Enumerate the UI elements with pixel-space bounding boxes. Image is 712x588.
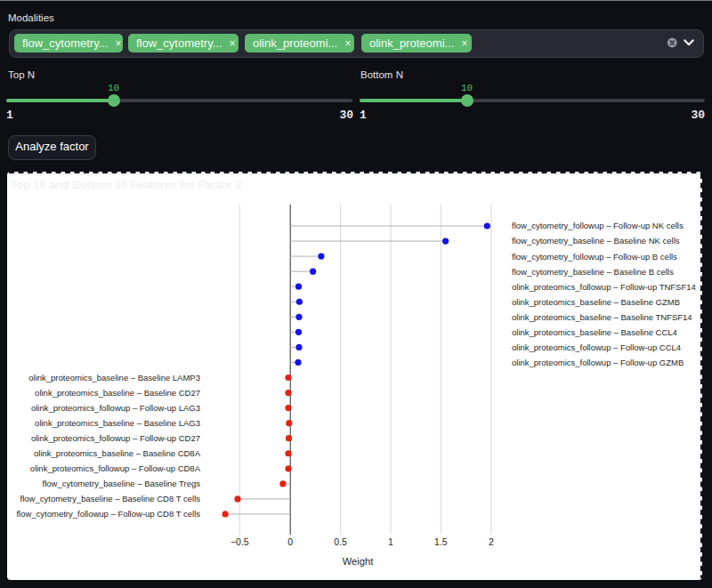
svg-text:0: 0 xyxy=(287,536,293,547)
svg-text:olink_proteomics_followup – Fo: olink_proteomics_followup – Follow-up GZ… xyxy=(512,358,684,367)
svg-text:olink_proteomics_baseline – Ba: olink_proteomics_baseline – Baseline CD2… xyxy=(35,388,200,398)
svg-text:2: 2 xyxy=(489,536,494,547)
svg-text:1.5: 1.5 xyxy=(434,536,448,547)
svg-text:olink_proteomics_baseline – Ba: olink_proteomics_baseline – Baseline TNF… xyxy=(512,312,692,322)
svg-text:flow_cytometry_baseline – Base: flow_cytometry_baseline – Baseline Tregs xyxy=(43,479,201,488)
svg-text:olink_proteomics_followup – Fo: olink_proteomics_followup – Follow-up TN… xyxy=(512,282,696,292)
svg-text:olink_proteomics_baseline – Ba: olink_proteomics_baseline – Baseline CD8… xyxy=(34,448,201,458)
svg-text:olink_proteomics_followup – Fo: olink_proteomics_followup – Follow-up CC… xyxy=(512,342,681,352)
svg-text:flow_cytometry_baseline – Base: flow_cytometry_baseline – Baseline CD8 T… xyxy=(20,494,201,503)
svg-text:flow_cytometry_followup – Foll: flow_cytometry_followup – Follow-up CD8 … xyxy=(16,509,200,519)
svg-text:flow_cytometry_baseline – Base: flow_cytometry_baseline – Baseline NK ce… xyxy=(512,236,680,246)
svg-text:−0.5: −0.5 xyxy=(231,536,249,547)
svg-text:0.5: 0.5 xyxy=(334,536,347,547)
svg-text:flow_cytometry_baseline – Base: flow_cytometry_baseline – Baseline B cel… xyxy=(512,267,674,277)
svg-text:flow_cytometry_followup – Foll: flow_cytometry_followup – Follow-up NK c… xyxy=(512,221,684,230)
svg-text:olink_proteomics_followup – Fo: olink_proteomics_followup – Follow-up LA… xyxy=(31,403,200,413)
svg-text:flow_cytometry_followup – Foll: flow_cytometry_followup – Follow-up B ce… xyxy=(512,252,677,262)
svg-text:olink_proteomics_baseline – Ba: olink_proteomics_baseline – Baseline CCL… xyxy=(512,327,677,337)
svg-text:olink_proteomics_baseline – Ba: olink_proteomics_baseline – Baseline LAM… xyxy=(28,373,200,383)
svg-text:olink_proteomics_followup – Fo: olink_proteomics_followup – Follow-up CD… xyxy=(30,463,201,473)
svg-text:1: 1 xyxy=(388,536,393,547)
svg-text:Weight: Weight xyxy=(343,556,375,567)
svg-text:olink_proteomics_baseline – Ba: olink_proteomics_baseline – Baseline GZM… xyxy=(512,297,680,307)
svg-text:olink_proteomics_baseline – Ba: olink_proteomics_baseline – Baseline LAG… xyxy=(35,418,200,428)
svg-text:olink_proteomics_followup – Fo: olink_proteomics_followup – Follow-up CD… xyxy=(31,433,200,443)
